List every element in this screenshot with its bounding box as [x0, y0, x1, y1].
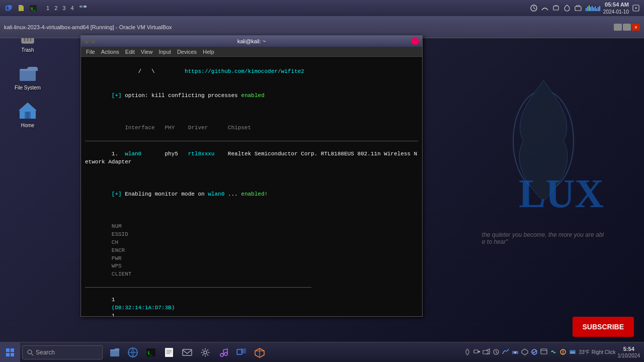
svg-rect-8 — [575, 7, 581, 11]
close-button[interactable]: × — [632, 24, 640, 31]
restore-button[interactable] — [623, 24, 631, 31]
menu-help[interactable]: Help — [200, 49, 217, 55]
taskbar-right: EN 33°F Right Click 5:54 1/10/2024 — [463, 345, 644, 359]
search-label: Search — [36, 349, 55, 356]
menu-devices[interactable]: Devices — [174, 49, 200, 55]
url-line: / \ https://github.com/kimocoder/wifite2 — [85, 60, 418, 84]
taskbar-app-text[interactable] — [161, 344, 177, 360]
filesystem-icon — [18, 63, 38, 83]
svg-rect-11 — [589, 6, 590, 11]
term-close-btn[interactable] — [411, 38, 419, 45]
term-dot-1[interactable] — [84, 39, 89, 44]
terminal-titlebar: kali@kali: ~ — [81, 36, 422, 47]
taskbar-app-email[interactable] — [179, 344, 195, 360]
svg-rect-1 — [8, 5, 12, 9]
terminal-icon[interactable]: $_ — [28, 3, 38, 13]
svg-rect-33 — [11, 353, 14, 356]
term-dot-2[interactable] — [91, 39, 96, 44]
svg-rect-15 — [595, 7, 596, 11]
workspace-switch-icon[interactable] — [78, 3, 88, 13]
window-controls: × — [614, 24, 640, 31]
svg-rect-16 — [596, 9, 597, 11]
table-header: Interface PHY Driver Chipset — [85, 116, 418, 140]
taskbar-app-package[interactable] — [252, 344, 268, 360]
taskbar-bottom: Search $_ — [0, 342, 644, 362]
trash-label: Trash — [21, 47, 34, 53]
search-bar[interactable]: Search — [22, 345, 103, 359]
workspace-3[interactable]: 3 — [60, 5, 67, 12]
menu-view[interactable]: View — [138, 49, 156, 55]
terminal-content[interactable]: / \ https://github.com/kimocoder/wifite2… — [81, 57, 422, 316]
workspace-2[interactable]: 2 — [52, 5, 59, 12]
subscribe-button[interactable]: SUBSCRIBE — [573, 317, 634, 337]
taskbar-top-left: $_ 1 2 3 4 — [4, 3, 88, 13]
svg-rect-7 — [553, 6, 558, 10]
svg-rect-54 — [478, 351, 480, 352]
taskbar-app-files[interactable] — [107, 344, 123, 360]
tray-temp: 33°F — [579, 349, 589, 355]
svg-rect-18 — [599, 6, 600, 11]
lux-text: LUX — [519, 171, 604, 217]
term-window-controls — [411, 38, 419, 45]
tray-time: 5:54 — [618, 345, 640, 352]
taskbar-app-terminal[interactable]: $_ — [143, 344, 159, 360]
svg-text:$_: $_ — [147, 351, 152, 355]
monitor-line: [+] Enabling monitor mode on wlan0 ... e… — [85, 183, 418, 207]
filesystem-icon-item[interactable]: File System — [10, 63, 45, 90]
vbox-icon[interactable] — [4, 3, 14, 13]
adapter-line: 1. wlan0 phy5 rtl8xxxu Realtek Semicondu… — [85, 142, 418, 174]
vbox-outer-title: kali-linux-2023-4-virtualbox-amd64 [Runn… — [4, 24, 172, 30]
net-row-1: 1 (D8:32:14:1A:D7:3B) 1 WPA 99db no 1 — [85, 288, 418, 316]
menu-actions[interactable]: Actions — [98, 49, 122, 55]
taskbar-app-browser[interactable] — [125, 344, 141, 360]
svg-rect-45 — [183, 349, 192, 355]
taskbar-app-music[interactable] — [215, 344, 231, 360]
svg-rect-31 — [11, 348, 14, 352]
svg-rect-10 — [587, 7, 588, 11]
taskbar-top: $_ 1 2 3 4 — [0, 0, 644, 16]
taskbar-apps: $_ — [107, 344, 268, 360]
menu-edit[interactable]: Edit — [122, 49, 138, 55]
svg-rect-55 — [483, 350, 488, 354]
desktop: $_ 1 2 3 4 — [0, 0, 644, 362]
svg-rect-5 — [84, 6, 87, 8]
svg-rect-32 — [6, 353, 10, 356]
tray-label: Right Click — [592, 349, 616, 355]
desktop-icons: Trash File System Home — [10, 25, 45, 128]
svg-rect-13 — [592, 6, 593, 11]
svg-rect-41 — [165, 348, 173, 357]
svg-point-63 — [562, 353, 564, 354]
svg-rect-14 — [593, 8, 594, 11]
taskbar-app-settings[interactable] — [197, 344, 213, 360]
svg-rect-50 — [241, 348, 246, 353]
svg-rect-12 — [590, 7, 591, 11]
home-icon — [18, 101, 38, 121]
vbox-window: kali@kali: ~ File Actions Edit View Inpu… — [80, 35, 423, 317]
workspace-numbers: 1 2 3 4 — [44, 5, 76, 12]
menu-file[interactable]: File — [83, 49, 98, 55]
taskbar-app-vbox[interactable] — [233, 344, 250, 360]
taskbar-top-right: 05:54 AM 2024-01-10 — [530, 1, 640, 15]
terminal-menu: File Actions Edit View Input Devices Hel… — [81, 47, 422, 57]
filesystem-label: File System — [15, 85, 41, 90]
home-label: Home — [21, 123, 35, 128]
svg-rect-17 — [598, 7, 599, 11]
workspace-4[interactable]: 4 — [68, 5, 75, 12]
workspace-1[interactable]: 1 — [44, 5, 51, 12]
home-icon-item[interactable]: Home — [10, 101, 45, 128]
terminal-title: kali@kali: ~ — [237, 38, 266, 44]
start-button[interactable] — [0, 342, 20, 363]
clock: 05:54 AM 2024-01-10 — [603, 1, 629, 15]
svg-rect-30 — [6, 348, 10, 352]
system-tray: EN — [463, 348, 577, 356]
svg-point-34 — [28, 350, 32, 354]
network-header: NUM ESSID CH ENCR PWR WPS CLIENT — [85, 215, 418, 287]
svg-point-48 — [224, 352, 227, 355]
svg-rect-9 — [586, 8, 587, 11]
svg-point-58 — [514, 351, 516, 353]
menu-input[interactable]: Input — [155, 49, 174, 55]
minimize-button[interactable] — [614, 24, 622, 31]
tray-date: 1/10/2024 — [618, 352, 640, 359]
file-icon[interactable] — [16, 3, 26, 13]
svg-rect-28 — [27, 112, 29, 119]
